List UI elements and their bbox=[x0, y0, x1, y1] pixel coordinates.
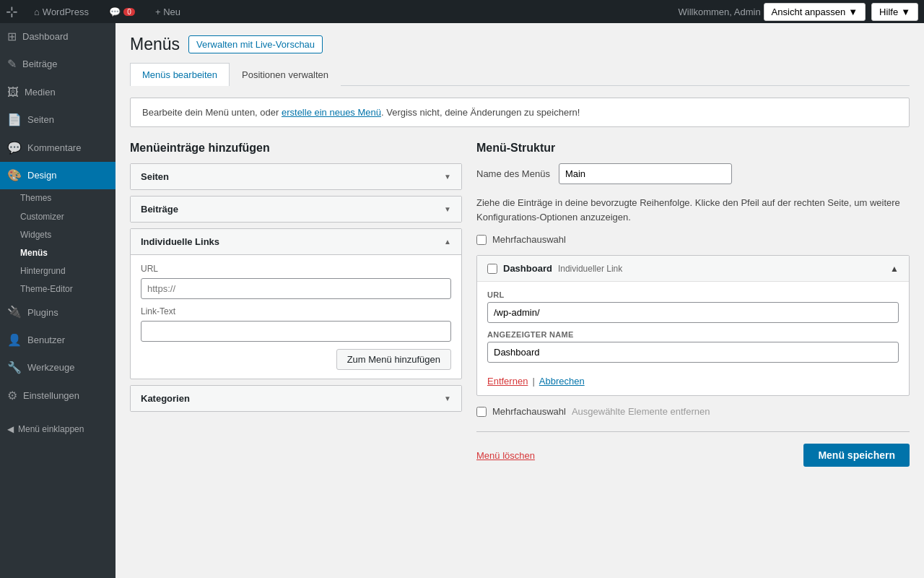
url-input[interactable] bbox=[141, 278, 451, 299]
url-field-row: URL bbox=[141, 264, 451, 299]
link-text-field-row: Link-Text bbox=[141, 306, 451, 342]
collapse-menu[interactable]: ◀ Menü einklappen bbox=[0, 415, 116, 443]
sidebar-item-kommentare[interactable]: 💬 Kommentare bbox=[0, 134, 116, 162]
remove-link[interactable]: Entfernen bbox=[487, 376, 528, 387]
separator: | bbox=[532, 376, 534, 387]
create-menu-link[interactable]: erstelle ein neues Menü bbox=[282, 107, 381, 118]
sidebar-sub-hintergrund[interactable]: Hintergrund bbox=[0, 262, 116, 280]
menu-item-dashboard-header[interactable]: Dashboard Individueller Link ▲ bbox=[477, 256, 909, 282]
wp-logo-icon: ⊹ bbox=[6, 3, 18, 20]
bottom-actions: Menü löschen Menü speichern bbox=[476, 431, 910, 467]
sidebar: ⊞ Dashboard ✎ Beiträge 🖼 Medien 📄 Seiten… bbox=[0, 23, 116, 578]
mehrfach-row-bottom: Mehrfachauswahl Ausgewählte Elemente ent… bbox=[476, 406, 910, 417]
plugins-icon: 🔌 bbox=[7, 304, 22, 320]
url-label: URL bbox=[141, 264, 451, 274]
info-box: Bearbeite dein Menü unten, oder erstelle… bbox=[130, 98, 910, 127]
accordion-individuelle-links: Individuelle Links ▲ URL Link-Text Zum M… bbox=[130, 228, 462, 379]
ausgewahlte-button[interactable]: Ausgewählte Elemente entfernen bbox=[572, 406, 710, 417]
sidebar-sub-themes[interactable]: Themes bbox=[0, 189, 116, 207]
left-column: Menüeinträge hinzufügen Seiten ▼ Beiträg… bbox=[130, 142, 462, 467]
tabs: Menüs bearbeiten Positionen verwalten bbox=[130, 63, 910, 86]
menu-loeschen-link[interactable]: Menü löschen bbox=[476, 450, 535, 461]
chevron-down-icon: ▼ bbox=[901, 7, 910, 17]
site-name-link[interactable]: ⌂ WordPress bbox=[30, 0, 93, 23]
menu-item-checkbox[interactable] bbox=[487, 264, 497, 274]
left-col-title: Menüeinträge hinzufügen bbox=[130, 142, 462, 155]
tab-menus-bearbeiten[interactable]: Menüs bearbeiten bbox=[130, 63, 230, 86]
tools-icon: 🔧 bbox=[7, 360, 22, 376]
menu-item-dashboard: Dashboard Individueller Link ▲ URL Angez… bbox=[476, 255, 910, 396]
menu-instructions: Ziehe die Einträge in deine bevorzugte R… bbox=[476, 196, 910, 224]
sidebar-item-einstellungen[interactable]: ⚙ Einstellungen bbox=[0, 382, 116, 410]
comment-icon: 💬 bbox=[109, 7, 121, 17]
menu-item-type: Individueller Link bbox=[558, 264, 622, 274]
chevron-down-icon: ▼ bbox=[848, 7, 858, 17]
sidebar-item-beitraege[interactable]: ✎ Beiträge bbox=[0, 51, 116, 78]
sidebar-item-seiten[interactable]: 📄 Seiten bbox=[0, 106, 116, 134]
live-preview-button[interactable]: Verwalten mit Live-Vorschau bbox=[188, 35, 323, 53]
sidebar-item-design[interactable]: 🎨 Design bbox=[0, 162, 116, 189]
menu-item-actions: Entfernen | Abbrechen bbox=[487, 376, 899, 387]
collapse-icon: ◀ bbox=[7, 424, 14, 434]
posts-icon: ✎ bbox=[7, 56, 17, 72]
main-content: Menüs Verwalten mit Live-Vorschau Menüs … bbox=[116, 23, 924, 578]
page-header: Menüs Verwalten mit Live-Vorschau bbox=[130, 35, 910, 54]
mehrfach-row-top: Mehrfachauswahl bbox=[476, 234, 910, 245]
add-to-menu-button[interactable]: Zum Menü hinzufügen bbox=[336, 349, 451, 370]
sidebar-item-benutzer[interactable]: 👤 Benutzer bbox=[0, 327, 116, 354]
page-title: Menüs bbox=[130, 35, 180, 54]
chevron-down-icon: ▼ bbox=[444, 394, 451, 402]
menu-item-header-left: Dashboard Individueller Link bbox=[487, 263, 622, 274]
individuelle-links-body: URL Link-Text Zum Menü hinzufügen bbox=[131, 254, 461, 379]
two-column-layout: Menüeinträge hinzufügen Seiten ▼ Beiträg… bbox=[130, 142, 910, 467]
hilfe-button[interactable]: Hilfe ▼ bbox=[871, 3, 918, 21]
chevron-up-icon: ▲ bbox=[444, 238, 451, 246]
chevron-down-icon: ▼ bbox=[444, 173, 451, 181]
link-text-label: Link-Text bbox=[141, 306, 451, 316]
accordion-individuelle-links-header[interactable]: Individuelle Links ▲ bbox=[131, 229, 461, 254]
sidebar-sub-menus[interactable]: Menüs bbox=[0, 244, 116, 262]
menu-item-dashboard-body: URL Angezeigter Name Entfernen | Abbrech… bbox=[477, 282, 909, 395]
menu-item-chevron-up-icon[interactable]: ▲ bbox=[890, 264, 899, 274]
accordion-beitraege: Beiträge ▼ bbox=[130, 196, 462, 223]
mehrfach-checkbox-top[interactable] bbox=[476, 235, 487, 245]
mehrfach-checkbox-bottom[interactable] bbox=[476, 407, 487, 417]
new-content-link[interactable]: + Neu bbox=[151, 0, 185, 23]
comments-icon: 💬 bbox=[7, 140, 22, 156]
right-column: Menü-Struktur Name des Menüs Ziehe die E… bbox=[476, 142, 910, 467]
ansicht-button[interactable]: Ansicht anpassen ▼ bbox=[764, 3, 866, 21]
header-actions: Ansicht anpassen ▼ Hilfe ▼ bbox=[764, 3, 918, 21]
menu-name-row: Name des Menüs bbox=[476, 163, 910, 184]
sidebar-item-medien[interactable]: 🖼 Medien bbox=[0, 79, 116, 106]
sidebar-sub-theme-editor[interactable]: Theme-Editor bbox=[0, 280, 116, 298]
media-icon: 🖼 bbox=[7, 85, 19, 100]
accordion-seiten-header[interactable]: Seiten ▼ bbox=[131, 164, 461, 189]
accordion-kategorien-header[interactable]: Kategorien ▼ bbox=[131, 386, 461, 411]
sidebar-sub-widgets[interactable]: Widgets bbox=[0, 226, 116, 244]
menu-item-url-input[interactable] bbox=[487, 302, 899, 323]
home-icon: ⌂ bbox=[34, 7, 40, 17]
menu-name-label: Name des Menüs bbox=[476, 168, 550, 179]
accordion-beitraege-header[interactable]: Beiträge ▼ bbox=[131, 197, 461, 222]
sidebar-item-plugins[interactable]: 🔌 Plugins bbox=[0, 298, 116, 326]
menu-name-input[interactable] bbox=[559, 163, 732, 184]
settings-icon: ⚙ bbox=[7, 388, 17, 404]
menu-speichern-button[interactable]: Menü speichern bbox=[803, 444, 910, 467]
displayed-name-label: Angezeigter Name bbox=[487, 330, 899, 339]
sidebar-item-dashboard[interactable]: ⊞ Dashboard bbox=[0, 23, 116, 51]
top-bar: ⊹ ⌂ WordPress 💬 0 + Neu Willkommen, Admi… bbox=[0, 0, 924, 23]
sidebar-sub-customizer[interactable]: Customizer bbox=[0, 208, 116, 226]
accordion-kategorien: Kategorien ▼ bbox=[130, 385, 462, 412]
menu-item-name-input[interactable] bbox=[487, 342, 899, 363]
comments-link[interactable]: 💬 0 bbox=[105, 0, 139, 23]
chevron-down-icon: ▼ bbox=[444, 205, 451, 213]
mehrfach-label-bottom: Mehrfachauswahl bbox=[492, 406, 566, 417]
users-icon: 👤 bbox=[7, 332, 22, 348]
link-text-input[interactable] bbox=[141, 321, 451, 342]
sidebar-item-werkzeuge[interactable]: 🔧 Werkzeuge bbox=[0, 354, 116, 381]
tab-positionen-verwalten[interactable]: Positionen verwalten bbox=[230, 63, 341, 86]
design-icon: 🎨 bbox=[7, 168, 22, 184]
accordion-seiten: Seiten ▼ bbox=[130, 163, 462, 190]
cancel-link[interactable]: Abbrechen bbox=[539, 376, 585, 387]
dashboard-icon: ⊞ bbox=[7, 29, 17, 45]
